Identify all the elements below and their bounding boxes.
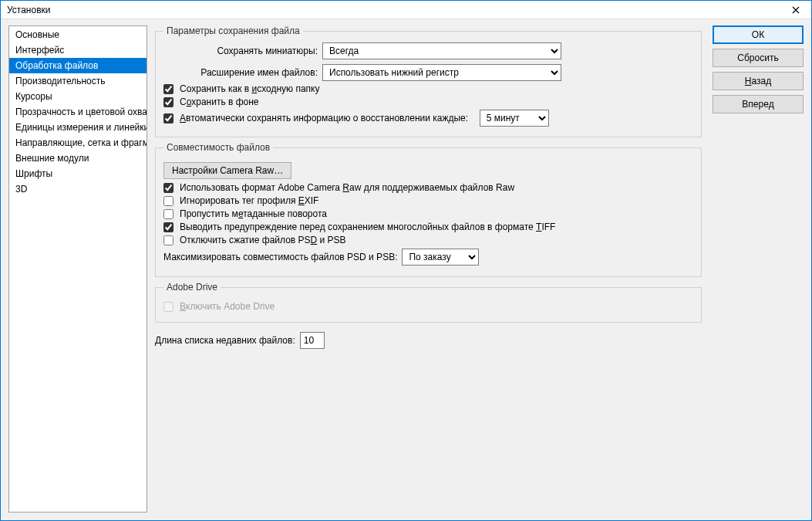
close-button[interactable] — [780, 1, 811, 19]
save-in-background-label[interactable]: Сохранить в фоне — [180, 96, 259, 107]
file-saving-legend: Параметры сохранения файла — [163, 25, 303, 36]
prev-button[interactable]: Назад — [713, 72, 804, 90]
sidebar-item-3d[interactable]: 3D — [9, 181, 147, 197]
enable-adobe-drive-label: Включить Adobe Drive — [180, 301, 275, 312]
category-sidebar: Основные Интерфейс Обработка файлов Прои… — [8, 25, 147, 513]
sidebar-item-label: Единицы измерения и линейки — [15, 122, 147, 133]
file-compatibility-group: Совместимость файлов Настройки Camera Ra… — [155, 142, 702, 277]
sidebar-item-label: Курсоры — [15, 91, 52, 102]
next-button[interactable]: Вперед — [713, 95, 804, 113]
tiff-warning-checkbox[interactable] — [163, 222, 174, 232]
dialog-buttons: ОК Сбросить Назад Вперед — [713, 25, 804, 513]
reset-button[interactable]: Сбросить — [713, 49, 804, 67]
tiff-warning-label[interactable]: Выводить предупреждение перед сохранение… — [180, 222, 555, 232]
autosave-interval-select[interactable]: 5 минут — [480, 110, 549, 127]
use-acr-checkbox[interactable] — [163, 183, 174, 193]
window-title: Установки — [7, 5, 50, 15]
ok-button-label: ОК — [752, 29, 764, 40]
reset-button-label: Сбросить — [737, 52, 778, 63]
file-compatibility-legend: Совместимость файлов — [163, 142, 273, 153]
file-saving-group: Параметры сохранения файла Сохранять мин… — [155, 25, 702, 137]
prev-button-label: Назад — [745, 76, 771, 86]
sidebar-item-label: Основные — [15, 29, 59, 40]
recent-files-row: Длина списка недавних файлов: — [155, 332, 702, 349]
camera-raw-prefs-button[interactable]: Настройки Camera Raw… — [163, 162, 291, 179]
disable-psd-compression-label[interactable]: Отключить сжатие файлов PSD и PSB — [180, 235, 346, 245]
sidebar-item-plugins[interactable]: Внешние модули — [9, 151, 147, 166]
adobe-drive-group: Adobe Drive Включить Adobe Drive — [155, 282, 702, 323]
file-extension-label: Расширение имен файлов: — [163, 67, 318, 78]
maximize-compat-select[interactable]: По заказу — [402, 249, 479, 266]
sidebar-item-general[interactable]: Основные — [9, 27, 147, 42]
sidebar-item-type[interactable]: Шрифты — [9, 166, 147, 181]
maximize-compat-label: Максимизировать совместимость файлов PSD… — [163, 252, 397, 262]
save-as-original-folder-checkbox[interactable] — [163, 84, 174, 94]
use-acr-label[interactable]: Использовать формат Adobe Camera Raw для… — [180, 182, 514, 193]
close-icon — [792, 6, 800, 14]
sidebar-item-label: Прозрачность и цветовой охват — [15, 107, 147, 117]
ok-button[interactable]: ОК — [713, 25, 804, 44]
recent-files-label: Длина списка недавних файлов: — [155, 335, 295, 346]
sidebar-item-transparency[interactable]: Прозрачность и цветовой охват — [9, 104, 147, 120]
sidebar-item-label: Обработка файлов — [15, 60, 98, 71]
save-as-original-folder-label[interactable]: Сохранить как в исходную папку — [180, 83, 319, 94]
sidebar-item-label: Шрифты — [15, 168, 52, 179]
adobe-drive-legend: Adobe Drive — [163, 282, 221, 293]
dialog-body: Основные Интерфейс Обработка файлов Прои… — [1, 19, 811, 520]
image-previews-select[interactable]: Всегда — [322, 42, 561, 59]
save-in-background-checkbox[interactable] — [163, 97, 174, 107]
sidebar-item-interface[interactable]: Интерфейс — [9, 42, 147, 58]
ignore-exif-checkbox[interactable] — [163, 196, 174, 206]
next-button-label: Вперед — [742, 99, 773, 110]
sidebar-item-performance[interactable]: Производительность — [9, 73, 147, 89]
disable-psd-compression-checkbox[interactable] — [163, 235, 174, 245]
sidebar-item-label: Производительность — [15, 76, 105, 86]
camera-raw-prefs-label: Настройки Camera Raw… — [172, 165, 283, 176]
image-previews-label: Сохранять миниатюры: — [163, 46, 318, 56]
ignore-exif-label[interactable]: Игнорировать тег профиля EXIF — [180, 195, 318, 206]
sidebar-item-file-handling[interactable]: Обработка файлов — [9, 58, 147, 73]
sidebar-item-units[interactable]: Единицы измерения и линейки — [9, 120, 147, 135]
sidebar-item-cursors[interactable]: Курсоры — [9, 89, 147, 104]
autosave-checkbox[interactable] — [163, 113, 174, 123]
sidebar-item-label: Интерфейс — [15, 45, 64, 56]
sidebar-item-label: Внешние модули — [15, 153, 89, 164]
autosave-label[interactable]: Автоматически сохранять информацию о вос… — [180, 113, 468, 123]
enable-adobe-drive-checkbox — [163, 302, 174, 312]
sidebar-item-label: 3D — [15, 184, 27, 195]
sidebar-item-guides[interactable]: Направляющие, сетка и фрагменты — [9, 135, 147, 151]
skip-rotation-metadata-checkbox[interactable] — [163, 209, 174, 219]
file-extension-select[interactable]: Использовать нижний регистр — [322, 64, 561, 81]
recent-files-input[interactable] — [300, 332, 325, 349]
main-panel: Параметры сохранения файла Сохранять мин… — [155, 25, 705, 513]
sidebar-item-label: Направляющие, сетка и фрагменты — [15, 137, 147, 148]
skip-rotation-metadata-label[interactable]: Пропустить метаданные поворота — [180, 208, 327, 219]
preferences-window: Установки Основные Интерфейс Обработка ф… — [0, 0, 812, 521]
titlebar: Установки — [1, 1, 811, 19]
